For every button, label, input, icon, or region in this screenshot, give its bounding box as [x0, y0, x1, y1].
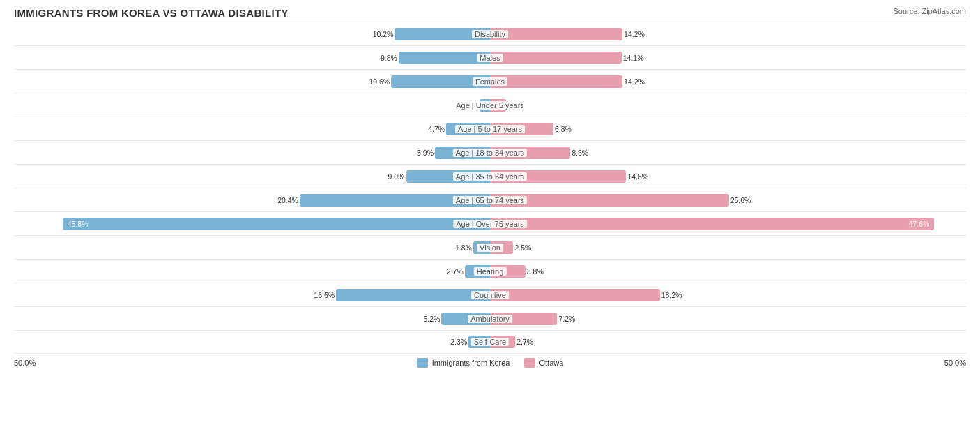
- bar-container: Females10.6%14.2%: [14, 70, 966, 93]
- bar-left: [399, 52, 490, 64]
- bar-right: [490, 218, 934, 230]
- bar-label: Age | Over 75 years: [453, 220, 527, 228]
- legend-color-blue: [417, 358, 428, 368]
- bar-label: Age | 65 to 74 years: [453, 196, 527, 204]
- legend-item-blue: Immigrants from Korea: [417, 358, 510, 368]
- value-right: 8.6%: [572, 149, 588, 157]
- value-left: 45.8%: [68, 220, 89, 228]
- value-right: 6.8%: [555, 125, 572, 133]
- value-right: 14.1%: [623, 54, 644, 62]
- bar-label: Age | Under 5 years: [453, 101, 527, 110]
- chart-row: Cognitive16.5%18.2%: [14, 283, 966, 306]
- chart-row: Vision1.8%2.5%: [14, 235, 966, 259]
- bar-label: Vision: [477, 244, 503, 252]
- chart-row: Males9.8%14.1%: [14, 45, 966, 69]
- value-right: 7.2%: [558, 315, 575, 323]
- bar-container: Hearing2.7%3.8%: [14, 260, 966, 283]
- value-right: 2.7%: [516, 338, 533, 346]
- chart-row: Females10.6%14.2%: [14, 69, 966, 93]
- value-left: 9.8%: [381, 54, 397, 62]
- chart-row: Self-Care2.3%2.7%: [14, 330, 966, 354]
- value-left: 9.0%: [388, 172, 405, 181]
- bar-label: Age | 18 to 34 years: [453, 149, 527, 157]
- legend: Immigrants from Korea Ottawa: [49, 358, 931, 368]
- bar-label: Age | 35 to 64 years: [453, 172, 527, 181]
- bar-container: Age | 65 to 74 years20.4%25.6%: [14, 188, 966, 211]
- bar-left: [63, 218, 490, 230]
- chart-row: Age | 18 to 34 years5.9%8.6%: [14, 140, 966, 164]
- legend-label-pink: Ottawa: [539, 359, 564, 367]
- bar-container: Age | Under 5 years1.1%1.7%: [14, 93, 966, 117]
- chart-row: Ambulatory5.2%7.2%: [14, 306, 966, 330]
- chart-row: Age | 5 to 17 years4.7%6.8%: [14, 117, 966, 140]
- value-left: 2.3%: [450, 338, 467, 346]
- bar-container: Age | 35 to 64 years9.0%14.6%: [14, 165, 966, 188]
- value-right: 3.8%: [527, 267, 544, 276]
- chart-row: Disability10.2%14.2%: [14, 22, 966, 45]
- bar-right: [490, 289, 660, 301]
- bar-right: [490, 52, 622, 64]
- chart-row: Age | Over 75 years45.8%47.6%: [14, 211, 966, 235]
- value-right: 47.6%: [909, 220, 930, 228]
- value-right: 14.2%: [624, 30, 645, 38]
- value-right: 14.6%: [627, 172, 648, 181]
- value-right: 14.2%: [624, 77, 645, 86]
- value-left: 16.5%: [314, 291, 335, 299]
- value-right: 25.6%: [730, 196, 751, 204]
- legend-item-pink: Ottawa: [524, 358, 564, 368]
- bar-container: Males9.8%14.1%: [14, 46, 966, 69]
- axis-right-label: 50.0%: [931, 359, 966, 367]
- chart-row: Age | Under 5 years1.1%1.7%: [14, 93, 966, 117]
- value-left: 2.7%: [447, 267, 464, 276]
- bar-container: Age | 18 to 34 years5.9%8.6%: [14, 141, 966, 164]
- chart-row: Age | 35 to 64 years9.0%14.6%: [14, 164, 966, 188]
- chart-title: IMMIGRANTS FROM KOREA VS OTTAWA DISABILI…: [14, 7, 289, 19]
- bar-label: Age | 5 to 17 years: [455, 125, 525, 133]
- bar-container: Disability10.2%14.2%: [14, 22, 966, 45]
- bar-label: Disability: [472, 30, 508, 38]
- value-left: 10.2%: [373, 30, 394, 38]
- chart-row: Hearing2.7%3.8%: [14, 259, 966, 283]
- value-left: 5.9%: [417, 149, 434, 157]
- bar-label: Cognitive: [471, 291, 509, 299]
- bar-container: Self-Care2.3%2.7%: [14, 331, 966, 353]
- legend-color-pink: [524, 358, 535, 368]
- value-right: 18.2%: [661, 291, 682, 299]
- value-left: 5.2%: [423, 315, 440, 323]
- value-left: 1.8%: [455, 244, 472, 252]
- bar-container: Vision1.8%2.5%: [14, 236, 966, 259]
- bar-label: Self-Care: [471, 338, 509, 346]
- value-right: 2.5%: [514, 244, 531, 252]
- value-left: 10.6%: [369, 77, 390, 86]
- bar-container: Cognitive16.5%18.2%: [14, 283, 966, 306]
- bar-right: [490, 28, 622, 40]
- page-container: IMMIGRANTS FROM KOREA VS OTTAWA DISABILI…: [14, 7, 966, 368]
- bar-container: Age | 5 to 17 years4.7%6.8%: [14, 117, 966, 140]
- value-left: 4.7%: [428, 125, 445, 133]
- legend-label-blue: Immigrants from Korea: [432, 359, 510, 367]
- chart-area: Disability10.2%14.2%Males9.8%14.1%Female…: [14, 22, 966, 354]
- bar-right: [490, 75, 622, 88]
- bar-label: Males: [477, 54, 503, 62]
- bar-container: Ambulatory5.2%7.2%: [14, 307, 966, 330]
- bar-label: Females: [473, 77, 507, 86]
- bar-container: Age | Over 75 years45.8%47.6%: [14, 212, 966, 235]
- chart-row: Age | 65 to 74 years20.4%25.6%: [14, 188, 966, 211]
- value-left: 20.4%: [277, 196, 298, 204]
- source-label: Source: ZipAtlas.com: [893, 7, 966, 15]
- bar-left: [336, 289, 490, 301]
- bar-label: Ambulatory: [468, 315, 512, 323]
- bar-label: Hearing: [474, 267, 507, 276]
- chart-footer: 50.0% Immigrants from Korea Ottawa 50.0%: [14, 358, 966, 368]
- axis-left-label: 50.0%: [14, 359, 49, 367]
